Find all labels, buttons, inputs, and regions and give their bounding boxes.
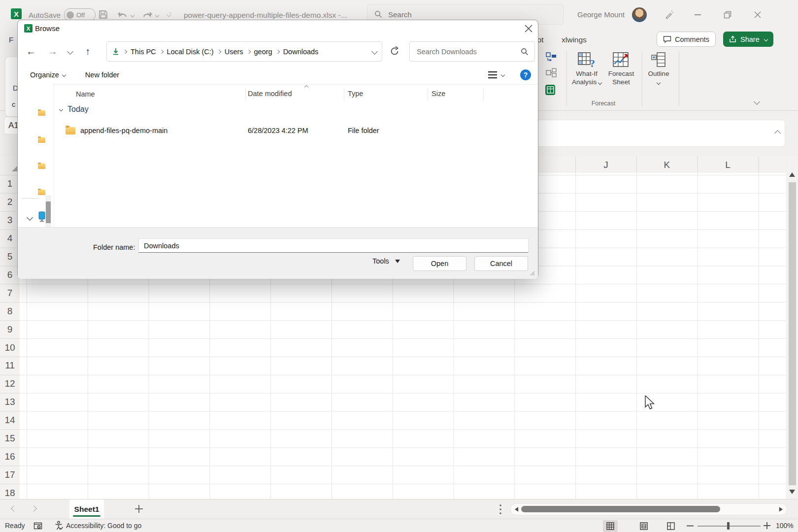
row-header-18[interactable]: 18 [0, 484, 20, 499]
data-tool-icon-2[interactable] [546, 68, 557, 78]
forward-icon[interactable]: → [48, 46, 58, 57]
data-tool-icon-1[interactable] [546, 52, 557, 62]
row-header-2[interactable]: 2 [0, 193, 20, 211]
row-header-12[interactable]: 12 [0, 375, 20, 393]
data-model-icon[interactable] [545, 84, 557, 96]
vertical-scrollbar[interactable] [787, 157, 798, 499]
row-header-10[interactable]: 10 [0, 338, 20, 357]
zoom-in-icon[interactable] [764, 522, 770, 529]
nav-folder-icon[interactable] [38, 190, 45, 195]
column-divider[interactable] [428, 88, 428, 100]
page-layout-view-icon[interactable] [636, 520, 651, 532]
save-icon[interactable] [99, 10, 108, 19]
this-pc-expand-icon[interactable] [27, 214, 33, 221]
address-dropdown-icon[interactable] [371, 48, 378, 55]
collapse-ribbon-icon[interactable] [754, 99, 760, 105]
row-header-3[interactable]: 3 [0, 211, 20, 230]
what-if-analysis-button[interactable]: ? What-IfAnalysis [571, 52, 602, 86]
help-icon[interactable]: ? [520, 69, 531, 80]
minimize-icon[interactable] [695, 14, 701, 15]
normal-view-icon[interactable] [603, 520, 618, 532]
zoom-out-icon[interactable] [687, 525, 694, 527]
comments-button[interactable]: Comments [657, 32, 716, 47]
user-name[interactable]: George Mount [577, 10, 625, 19]
address-bar[interactable]: This PC Local Disk (C:) Users georg Down… [106, 41, 382, 62]
laser-pen-icon[interactable] [664, 10, 674, 20]
breadcrumb-users[interactable]: Users [225, 48, 243, 56]
resize-grip[interactable] [529, 270, 535, 276]
column-header-L[interactable]: L [698, 157, 759, 173]
redo-icon[interactable] [142, 9, 153, 20]
file-row[interactable]: append-files-pq-demo-main 6/28/2023 4:22… [54, 124, 538, 137]
qat-customize-icon[interactable]: ⌵̄ [166, 11, 171, 19]
scroll-down-icon[interactable] [789, 490, 795, 494]
column-type[interactable]: Type [348, 90, 363, 98]
row-header-15[interactable]: 15 [0, 430, 20, 448]
row-header-8[interactable]: 8 [0, 302, 20, 320]
row-header-1[interactable]: 1 [0, 175, 20, 193]
h-scrollbar-thumb[interactable] [521, 506, 720, 512]
tools-menu[interactable]: Tools [372, 257, 400, 265]
share-button[interactable]: Share [723, 32, 773, 47]
row-header-17[interactable]: 17 [0, 466, 20, 484]
breadcrumb-georg[interactable]: georg [254, 48, 272, 56]
tab-sheet1[interactable]: Sheet1 [69, 499, 104, 519]
new-folder-button[interactable]: New folder [85, 71, 119, 79]
undo-dropdown-icon[interactable] [131, 13, 134, 17]
scroll-left-icon[interactable] [515, 507, 518, 512]
view-mode-icon[interactable] [488, 71, 498, 79]
sheet-next-icon[interactable] [31, 505, 37, 512]
cancel-button[interactable]: Cancel [474, 256, 528, 271]
back-icon[interactable]: ← [26, 46, 36, 57]
undo-icon[interactable] [117, 9, 128, 20]
column-divider[interactable] [483, 88, 484, 100]
up-icon[interactable]: ↑ [85, 46, 90, 57]
row-header-7[interactable]: 7 [0, 284, 20, 302]
row-header-5[interactable]: 5 [0, 248, 20, 266]
dialog-close-icon[interactable] [524, 24, 533, 33]
row-header-16[interactable]: 16 [0, 448, 20, 466]
tab-xlwings[interactable]: xlwings [562, 35, 587, 44]
column-name[interactable]: Name [76, 90, 95, 98]
row-header-14[interactable]: 14 [0, 411, 20, 430]
breadcrumb-local-disk[interactable]: Local Disk (C:) [167, 48, 214, 56]
redo-dropdown-icon[interactable] [155, 13, 159, 17]
row-header-11[interactable]: 11 [0, 357, 20, 375]
close-window-icon[interactable] [754, 11, 761, 18]
column-divider[interactable] [245, 88, 246, 100]
nav-folder-icon[interactable] [38, 110, 45, 116]
nav-pane[interactable] [18, 84, 54, 243]
organize-menu[interactable]: Organize [30, 71, 66, 79]
outline-button[interactable]: Outline [644, 52, 673, 86]
this-pc-icon[interactable] [38, 211, 45, 222]
recent-locations-icon[interactable] [67, 48, 73, 55]
tab-file-fragment[interactable]: F [9, 35, 13, 44]
row-header-9[interactable]: 9 [0, 320, 20, 338]
nav-folder-icon[interactable] [38, 137, 45, 143]
folder-name-input[interactable] [138, 238, 529, 253]
column-divider[interactable] [344, 88, 344, 100]
accessibility-icon[interactable] [54, 521, 64, 531]
add-sheet-button[interactable] [134, 504, 144, 514]
column-date-modified[interactable]: Date modified [248, 90, 292, 98]
nav-scrollbar-thumb[interactable] [46, 201, 51, 223]
column-size[interactable]: Size [432, 90, 445, 98]
sheet-prev-icon[interactable] [11, 505, 17, 512]
avatar[interactable] [632, 7, 647, 22]
page-break-view-icon[interactable] [664, 520, 678, 532]
tab-scroll-splitter[interactable] [499, 503, 502, 515]
column-header-K[interactable]: K [636, 157, 698, 173]
refresh-icon[interactable] [390, 46, 399, 56]
group-header-today[interactable]: Today [54, 105, 89, 114]
scroll-up-icon[interactable] [789, 172, 795, 177]
macro-record-icon[interactable] [33, 521, 42, 530]
row-header-6[interactable]: 6 [0, 266, 20, 284]
v-scrollbar-thumb[interactable] [789, 182, 796, 485]
view-mode-dropdown-icon[interactable] [501, 73, 505, 77]
zoom-level[interactable]: 100% [776, 522, 794, 530]
forecast-sheet-button[interactable]: ForecastSheet [606, 52, 636, 86]
dialog-search-input[interactable] [416, 47, 511, 56]
zoom-slider-handle[interactable] [727, 522, 730, 530]
nav-folder-icon[interactable] [38, 164, 45, 169]
row-header-13[interactable]: 13 [0, 393, 20, 411]
